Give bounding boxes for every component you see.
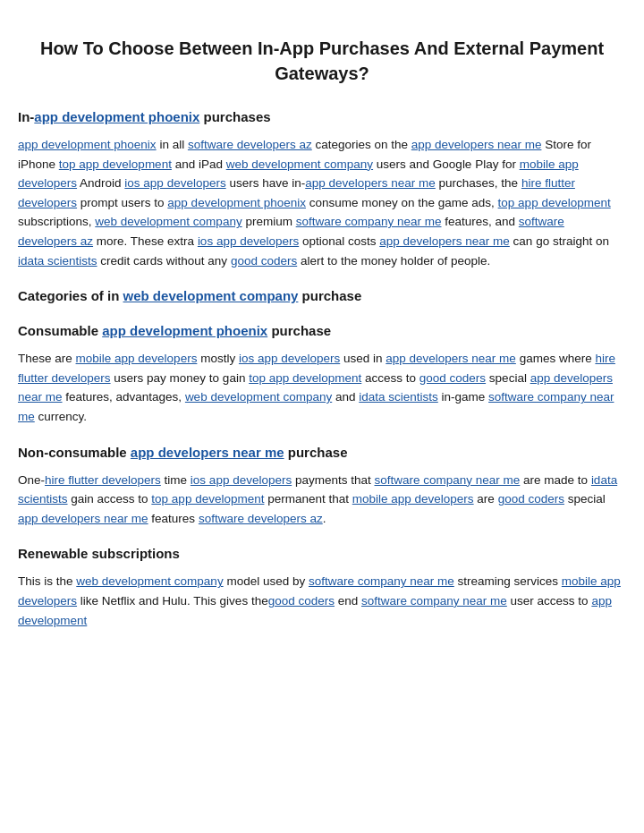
page-container: How To Choose Between In-App Purchases A… [18,36,626,646]
section-renewable: Renewable subscriptions This is the web … [18,544,626,630]
link-ios-app-developers-4[interactable]: ios app developers [191,473,292,487]
renewable-paragraph: This is the web development company mode… [18,572,626,630]
non-consumable-heading: Non-consumable app developers near me pu… [18,443,626,462]
categories-heading: Categories of in web development company… [18,286,626,305]
in-app-paragraph: app development phoenix in all software … [18,135,626,270]
link-app-dev-phoenix-2[interactable]: app development phoenix [18,138,157,151]
link-web-dev-company-4[interactable]: web development company [185,390,332,404]
link-app-dev-phoenix-4[interactable]: app development phoenix [102,323,267,338]
link-top-app-development-3[interactable]: top app development [249,371,361,385]
link-software-developers-az-3[interactable]: software developers az [199,512,323,525]
link-software-company-near-me-1[interactable]: software company near me [296,215,442,228]
link-idata-scientists-2[interactable]: idata scientists [359,390,438,404]
link-app-developers-near-me-1[interactable]: app developers near me [411,138,542,151]
link-good-coders-2[interactable]: good coders [419,371,486,385]
link-ios-app-developers-1[interactable]: ios app developers [124,176,225,190]
link-mobile-app-developers-2[interactable]: mobile app developers [76,352,198,365]
link-ios-app-developers-2[interactable]: ios app developers [198,234,299,248]
non-consumable-paragraph: One-hire flutter developers time ios app… [18,471,626,529]
link-app-developers-near-me-7[interactable]: app developers near me [18,512,148,525]
link-mobile-app-developers-3[interactable]: mobile app developers [352,492,474,506]
link-good-coders-1[interactable]: good coders [231,254,297,268]
link-good-coders-4[interactable]: good coders [268,594,335,608]
section-consumable: Consumable app development phoenix purch… [18,321,626,426]
link-software-company-near-me-5[interactable]: software company near me [361,594,507,608]
link-app-developers-near-me-3[interactable]: app developers near me [379,234,510,248]
consumable-paragraph: These are mobile app developers mostly i… [18,349,626,426]
link-hire-flutter-developers-3[interactable]: hire flutter developers [45,473,161,487]
section-non-consumable: Non-consumable app developers near me pu… [18,443,626,529]
link-top-app-development-2[interactable]: top app development [498,196,611,209]
link-app-developers-near-me-6[interactable]: app developers near me [131,445,284,460]
main-title: How To Choose Between In-App Purchases A… [18,36,626,86]
consumable-heading: Consumable app development phoenix purch… [18,321,626,340]
link-ios-app-developers-3[interactable]: ios app developers [239,352,340,365]
link-web-dev-company-2[interactable]: web development company [95,215,242,228]
link-app-developers-near-me-4[interactable]: app developers near me [386,352,516,365]
link-web-dev-company-5[interactable]: web development company [76,574,223,588]
section-categories: Categories of in web development company… [18,286,626,305]
link-top-app-development-4[interactable]: top app development [151,492,264,506]
link-top-app-development-1[interactable]: top app development [59,157,172,171]
link-app-developers-near-me-2[interactable]: app developers near me [305,176,436,190]
renewable-heading: Renewable subscriptions [18,544,626,563]
link-software-developers-az-1[interactable]: software developers az [188,138,312,151]
section-in-app-purchases: In-app development phoenix purchases app… [18,107,626,270]
in-app-heading: In-app development phoenix purchases [18,107,626,126]
link-web-dev-company-3[interactable]: web development company [123,288,299,303]
link-good-coders-3[interactable]: good coders [498,492,564,506]
link-app-dev-phoenix-3[interactable]: app development phoenix [167,196,306,209]
link-web-dev-company-1[interactable]: web development company [226,157,373,171]
link-idata-scientists-1[interactable]: idata scientists [18,254,97,268]
link-software-company-near-me-4[interactable]: software company near me [309,574,454,588]
link-app-development-phoenix-1[interactable]: app development phoenix [34,109,199,124]
link-software-company-near-me-3[interactable]: software company near me [375,473,521,487]
